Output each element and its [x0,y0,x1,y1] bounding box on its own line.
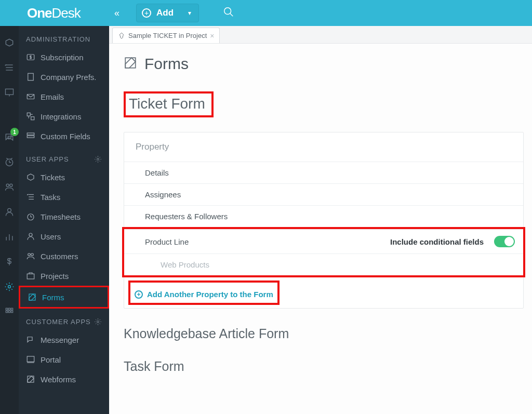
icon-rail: 1 [0,26,19,414]
sidebar-item-portal[interactable]: Portal [19,350,109,369]
brand-logo: OneDesk [19,5,109,21]
rail-users-icon[interactable] [4,207,15,217]
add-property-label: Add Another Property to the Form [147,290,273,299]
svg-rect-19 [6,308,7,310]
sidebar-item-forms[interactable]: Forms [20,287,108,307]
sidebar-item-label: Webforms [41,375,76,384]
svg-point-0 [224,7,231,14]
brand-part2: Desk [52,5,81,21]
forms-icon [28,292,37,302]
sidebar-item-customfields[interactable]: Custom Fields [19,126,109,146]
gear-icon[interactable] [94,155,102,163]
rail-tasks-icon[interactable] [4,62,15,73]
svg-rect-26 [28,73,34,81]
tab-sample-ticket[interactable]: Sample TICKET in Project × [112,28,220,43]
sidebar-item-companyprefs[interactable]: Company Prefs. [19,67,109,87]
conditional-toggle[interactable] [494,236,515,247]
svg-rect-31 [27,95,34,99]
pin-icon [118,32,125,39]
svg-rect-48 [27,274,34,279]
main-content: Sample TICKET in Project × Forms Ticket … [109,26,532,414]
sidebar-item-customers[interactable]: Customers [19,246,109,266]
property-row-assignees[interactable]: Assignees [124,183,523,205]
user-icon [26,232,35,241]
section-userapps: USER APPS [19,146,109,167]
sidebar-item-users[interactable]: Users [19,226,109,246]
sidebar-item-label: Projects [41,272,69,281]
add-button[interactable]: + Add ▾ [136,4,199,22]
svg-rect-20 [8,308,10,310]
sidebar-item-label: Users [41,232,61,241]
ticket-form-card: Property Details Assignees Requesters & … [124,132,524,309]
highlight-add-property: + Add Another Property to the Form [128,281,280,305]
rail-money-users-icon[interactable] [4,182,15,192]
sidebar-item-label: Tickets [41,173,65,182]
sidebar-item-timesheets[interactable]: Timesheets [19,207,109,226]
building-icon [26,72,35,82]
sidebar-collapse-button[interactable]: « [109,8,125,19]
svg-rect-51 [27,356,34,362]
close-icon[interactable]: × [210,32,214,40]
svg-rect-33 [31,117,34,120]
svg-point-12 [6,184,9,186]
sidebar-item-projects[interactable]: Projects [19,266,109,286]
svg-point-18 [8,286,11,288]
edit-icon [124,56,137,72]
add-property-button[interactable]: + Add Another Property to the Form [130,286,277,303]
dollar-card-icon [26,52,35,62]
sidebar-item-label: Messenger [41,336,79,344]
projects-icon [26,271,35,281]
chevron-down-icon: ▾ [188,9,191,17]
add-label: Add [156,8,174,18]
sidebar-item-label: Forms [42,293,64,302]
sidebar-item-emails[interactable]: Emails [19,87,109,106]
property-row-requesters[interactable]: Requesters & Followers [124,205,523,227]
svg-point-47 [31,253,34,256]
ticket-form-title: Ticket Form [129,96,205,112]
rail-ticket-icon[interactable] [4,37,15,48]
tab-label: Sample TICKET in Project [128,32,207,39]
portal-icon [26,355,35,364]
rail-chat-icon[interactable]: 1 [4,132,15,142]
rail-dollar-icon[interactable] [4,257,15,267]
section-customerapps: CUSTOMER APPS [19,309,109,330]
gear-icon[interactable] [94,318,102,326]
rail-settings-icon[interactable] [4,282,15,292]
property-row-details[interactable]: Details [124,162,523,183]
sidebar-item-label: Integrations [41,112,81,121]
integrations-icon [26,112,35,121]
search-button[interactable] [223,6,234,20]
highlight-conditional-group: Product Line Include conditional fields … [122,227,525,277]
sidebar-item-messenger[interactable]: Messenger [19,330,109,350]
sidebar-item-integrations[interactable]: Integrations [19,106,109,126]
svg-rect-22 [6,311,7,312]
sidebar-item-label: Subscription [41,53,84,62]
svg-line-1 [230,13,233,16]
svg-point-45 [29,233,32,236]
sidebar-item-label: Portal [41,355,61,364]
webforms-icon [26,375,35,384]
task-form-title: Task Form [124,359,524,374]
tab-bar: Sample TICKET in Project × [109,26,532,44]
property-row-productline[interactable]: Product Line Include conditional fields [124,229,523,253]
top-bar: OneDesk « + Add ▾ [0,0,532,26]
tasks-icon [26,192,35,202]
rail-presentation-icon[interactable] [4,87,15,98]
svg-point-50 [97,321,99,323]
sidebar-item-webforms[interactable]: Webforms [19,369,109,389]
rail-clock-icon[interactable] [4,157,15,167]
sidebar-item-label: Customers [41,252,78,261]
rail-analytics-icon[interactable] [4,232,15,242]
sidebar-item-tasks[interactable]: Tasks [19,187,109,207]
rail-apps-icon[interactable] [4,306,15,317]
clock-icon [26,212,35,221]
conditional-fields-label: Include conditional fields [390,237,484,246]
brand-part1: One [27,5,52,21]
svg-point-46 [28,253,31,256]
sidebar-item-tickets[interactable]: Tickets [19,167,109,187]
svg-rect-24 [11,311,12,312]
ticket-icon [26,172,35,182]
property-row-webproducts[interactable]: Web Products [124,253,523,275]
section-administration: ADMINISTRATION [19,26,109,47]
sidebar-item-subscription[interactable]: Subscription [19,47,109,67]
